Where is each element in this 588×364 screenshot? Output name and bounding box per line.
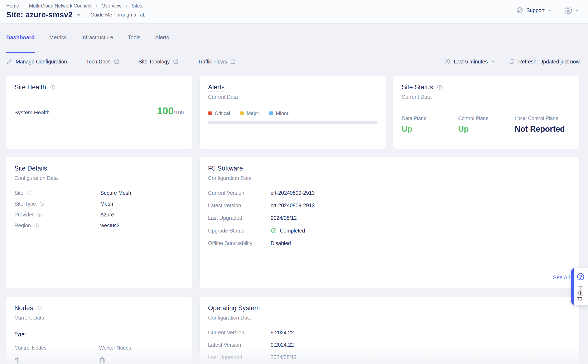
title-row: Site: azure-smsv2 Guide Me Through a Tab <box>6 10 579 19</box>
operating-system-card: Operating System Configuration Data Curr… <box>200 297 580 364</box>
site-status-subtitle: Current Data <box>402 94 571 100</box>
support-menu[interactable]: Support <box>516 7 552 14</box>
site-details-subtitle: Configuration Data <box>14 175 184 181</box>
site-topology-link[interactable]: Site Topology <box>139 59 179 65</box>
pencil-icon <box>6 58 13 65</box>
os-latest-version-value: 9.2024.22 <box>271 342 294 348</box>
tab-alerts[interactable]: Alerts <box>155 34 169 53</box>
current-version-label: Current Version <box>208 190 244 196</box>
operating-system-subtitle: Configuration Data <box>208 315 571 321</box>
info-icon[interactable] <box>37 212 42 217</box>
system-health-score: 100/100 <box>157 105 184 117</box>
last-upgraded-label: Last Upgraded <box>208 215 242 221</box>
worker-nodes-value: 0 <box>99 355 184 364</box>
detail-row: Last Upgraded 2024/08/12 <box>208 354 571 360</box>
detail-row: Site Secure Mesh <box>14 190 184 196</box>
alerts-legend: Critical Major Minor <box>208 110 377 116</box>
breadcrumb-sites[interactable]: Sites <box>131 3 142 9</box>
header-actions: Support <box>516 6 579 15</box>
provider-label: Provider <box>14 212 34 218</box>
control-plane-value: Up <box>458 125 515 134</box>
current-version-value: crt-20240809-2913 <box>271 190 315 196</box>
chevron-down-icon <box>575 8 579 13</box>
detail-row: Provider Azure <box>14 212 184 218</box>
alerts-subtitle: Current Data <box>208 94 377 100</box>
alerts-stacked-bar <box>208 121 377 124</box>
site-type-label: Site Type <box>14 201 36 207</box>
f5-software-rows: Current Version crt-20240809-2913 Latest… <box>208 190 571 246</box>
toolbar-right: Last 5 minutes Refresh: Updated just now <box>444 58 580 65</box>
offline-survivability-value: Disabled <box>271 240 291 246</box>
tab-infrastructure[interactable]: Infrastructure <box>81 34 113 53</box>
tab-label: Metrics <box>49 34 67 40</box>
user-menu[interactable] <box>564 6 579 15</box>
upgrade-status-value: Completed <box>280 228 305 234</box>
breadcrumb-overview[interactable]: Overview <box>101 3 122 9</box>
f5-software-subtitle: Configuration Data <box>208 175 571 181</box>
worker-nodes-stat: Worker Nodes 0 <box>99 345 184 364</box>
detail-row: Region westus2 <box>14 222 184 228</box>
tab-label: Dashboard <box>6 34 35 40</box>
control-nodes-value: 1 <box>14 355 99 364</box>
site-details-rows: Site Secure Mesh Site Type Mesh Provider… <box>14 190 184 228</box>
operating-system-title: Operating System <box>208 304 260 312</box>
tech-docs-link[interactable]: Tech Docs <box>86 59 119 65</box>
breadcrumb-home[interactable]: Home <box>6 3 19 9</box>
clock-icon <box>444 58 451 65</box>
detail-row: Latest Version crt-20240809-2913 <box>208 202 571 208</box>
chevron-down-icon <box>491 59 495 64</box>
help-accent-bar <box>571 268 574 305</box>
info-icon[interactable] <box>34 223 39 228</box>
breadcrumb-mcn-connect[interactable]: Multi-Cloud Network Connect <box>29 3 91 9</box>
help-tab[interactable]: Help <box>571 268 588 305</box>
traffic-flows-link[interactable]: Traffic Flows <box>198 59 236 65</box>
alerts-title-link[interactable]: Alerts <box>208 84 225 91</box>
info-icon[interactable] <box>26 190 32 195</box>
chevron-down-icon <box>548 8 552 13</box>
manage-configuration-button[interactable]: Manage Configuration <box>6 58 67 65</box>
tab-tools[interactable]: Tools <box>128 34 141 53</box>
site-details-card: Site Details Configuration Data Site Sec… <box>6 157 192 288</box>
refresh-icon <box>509 58 515 65</box>
breadcrumb: Home Multi-Cloud Network Connect Overvie… <box>6 0 579 9</box>
cards-row-1: Site Health System Health 100/100 Alerts… <box>6 76 588 149</box>
site-type-value: Mesh <box>100 201 113 207</box>
see-all-link[interactable]: See All <box>553 274 570 281</box>
data-plane-value: Up <box>402 125 458 134</box>
refresh-button[interactable]: Refresh: Updated just now <box>509 58 580 65</box>
external-link-icon <box>173 59 178 65</box>
detail-row: Current Version crt-20240809-2913 <box>208 190 571 196</box>
guide-me-link[interactable]: Guide Me Through a Tab <box>90 12 146 18</box>
refresh-status-label: Refresh: Updated just now <box>518 59 580 65</box>
nodes-title-link[interactable]: Nodes <box>14 304 33 312</box>
latest-version-label: Latest Version <box>208 202 241 208</box>
site-topology-label: Site Topology <box>139 59 170 65</box>
info-icon[interactable] <box>437 84 442 90</box>
detail-row: Upgrade Status Completed <box>208 228 571 234</box>
header: Home Multi-Cloud Network Connect Overvie… <box>0 0 588 24</box>
score-max: /100 <box>174 110 184 115</box>
tab-metrics[interactable]: Metrics <box>49 34 67 53</box>
tab-dashboard[interactable]: Dashboard <box>6 34 35 53</box>
region-value: westus2 <box>100 222 120 228</box>
f5-software-card: F5 Software Configuration Data Current V… <box>200 157 580 288</box>
info-icon[interactable] <box>37 305 43 311</box>
page-title: Site: azure-smsv2 <box>6 10 73 19</box>
local-control-plane-label: Local Control Plane <box>515 115 571 121</box>
time-range-selector[interactable]: Last 5 minutes <box>444 58 495 65</box>
region-label: Region <box>14 222 31 228</box>
control-nodes-label: Control Nodes <box>14 345 99 351</box>
os-last-upgraded-value: 2024/08/12 <box>271 354 297 360</box>
operating-system-rows: Current Version 9.2024.22 Latest Version… <box>208 330 571 360</box>
info-icon[interactable] <box>50 84 56 90</box>
cards-row-2: Site Details Configuration Data Site Sec… <box>6 157 588 288</box>
latest-version-value: crt-20240809-2913 <box>271 202 315 208</box>
info-icon[interactable] <box>39 201 45 206</box>
score-value: 100 <box>157 105 174 117</box>
data-plane-label: Data Plane <box>402 115 458 121</box>
f5-software-title: F5 Software <box>208 165 243 172</box>
site-selector-chevron-down-icon[interactable] <box>76 12 81 18</box>
external-link-icon <box>114 59 119 65</box>
provider-value: Azure <box>100 212 114 218</box>
tab-label: Tools <box>128 34 141 40</box>
